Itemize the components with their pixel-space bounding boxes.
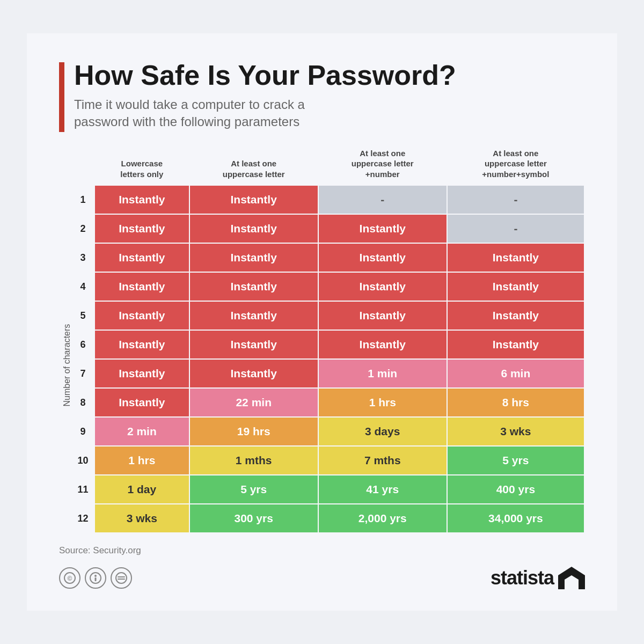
- cc-logo-icon: ©: [64, 572, 76, 584]
- table-cell: Instantly: [189, 185, 318, 214]
- col-header-uppercase-num: At least oneuppercase letter+number: [318, 148, 447, 186]
- table-cell: -: [447, 214, 584, 243]
- cc-icon: ©: [59, 567, 80, 589]
- table-cell: Instantly: [189, 272, 318, 301]
- row-num: 5: [72, 301, 94, 330]
- table-cell: Instantly: [318, 243, 447, 272]
- source-text: Source: Security.org: [59, 545, 585, 556]
- table-cell: Instantly: [189, 359, 318, 388]
- table-cell: Instantly: [447, 272, 584, 301]
- table-cell: Instantly: [318, 214, 447, 243]
- statista-icon: [558, 567, 585, 589]
- table-cell: 3 wks: [94, 504, 189, 533]
- cc-by-logo-icon: [90, 572, 101, 584]
- table-cell: Instantly: [94, 272, 189, 301]
- row-num: 7: [72, 359, 94, 388]
- col-header-uppercase-num-sym: At least oneuppercase letter+number+symb…: [447, 148, 584, 186]
- table-cell: 22 min: [189, 388, 318, 417]
- table-row: 6InstantlyInstantlyInstantlyInstantly: [72, 330, 584, 359]
- col-header-uppercase: At least oneuppercase letter: [189, 148, 318, 186]
- table-section: Number of characters Lowercaseletters on…: [59, 148, 585, 534]
- table-cell: 1 min: [318, 359, 447, 388]
- table-row: 2InstantlyInstantlyInstantly-: [72, 214, 584, 243]
- table-row: 111 day5 yrs41 yrs400 yrs: [72, 475, 584, 504]
- col-header-num: [72, 148, 94, 186]
- table-cell: 1 mths: [189, 446, 318, 475]
- table-cell: Instantly: [318, 272, 447, 301]
- table-cell: 1 day: [94, 475, 189, 504]
- col-header-lowercase: Lowercaseletters only: [94, 148, 189, 186]
- table-cell: Instantly: [94, 214, 189, 243]
- y-axis-label: Number of characters: [59, 196, 72, 534]
- table-cell: 3 wks: [447, 417, 584, 446]
- table-cell: 5 yrs: [447, 446, 584, 475]
- table-cell: Instantly: [447, 330, 584, 359]
- main-card: How Safe Is Your Password? Time it would…: [27, 33, 617, 611]
- row-num: 12: [72, 504, 94, 533]
- table-cell: 7 mths: [318, 446, 447, 475]
- page-subtitle: Time it would take a computer to crack a…: [74, 96, 456, 131]
- cc-nd-icon: [111, 567, 132, 589]
- table-cell: -: [318, 185, 447, 214]
- title-text: How Safe Is Your Password? Time it would…: [74, 60, 456, 131]
- table-cell: 6 min: [447, 359, 584, 388]
- table-cell: 41 yrs: [318, 475, 447, 504]
- svg-point-3: [94, 575, 97, 577]
- table-cell: Instantly: [94, 388, 189, 417]
- table-cell: Instantly: [189, 243, 318, 272]
- cc-icons: ©: [59, 567, 132, 589]
- table-cell: 1 hrs: [318, 388, 447, 417]
- row-num: 6: [72, 330, 94, 359]
- row-num: 10: [72, 446, 94, 475]
- table-cell: -: [447, 185, 584, 214]
- row-num: 1: [72, 185, 94, 214]
- table-cell: Instantly: [189, 301, 318, 330]
- table-cell: Instantly: [94, 330, 189, 359]
- row-num: 11: [72, 475, 94, 504]
- table-cell: 3 days: [318, 417, 447, 446]
- red-accent-bar: [59, 62, 64, 132]
- table-row: 5InstantlyInstantlyInstantlyInstantly: [72, 301, 584, 330]
- table-cell: 34,000 yrs: [447, 504, 584, 533]
- table-cell: Instantly: [447, 301, 584, 330]
- row-num: 9: [72, 417, 94, 446]
- svg-text:©: ©: [68, 575, 72, 582]
- table-cell: 400 yrs: [447, 475, 584, 504]
- table-cell: Instantly: [189, 214, 318, 243]
- table-row: 8Instantly22 min1 hrs8 hrs: [72, 388, 584, 417]
- table-cell: 2 min: [94, 417, 189, 446]
- table-row: 4InstantlyInstantlyInstantlyInstantly: [72, 272, 584, 301]
- table-body: 1InstantlyInstantly--2InstantlyInstantly…: [72, 185, 584, 533]
- table-row: 7InstantlyInstantly1 min6 min: [72, 359, 584, 388]
- table-row: 3InstantlyInstantlyInstantlyInstantly: [72, 243, 584, 272]
- table-cell: Instantly: [94, 359, 189, 388]
- title-block: How Safe Is Your Password? Time it would…: [59, 60, 585, 132]
- cc-nd-logo-icon: [115, 572, 127, 584]
- password-table: Lowercaseletters only At least oneupperc…: [72, 148, 585, 534]
- row-num: 4: [72, 272, 94, 301]
- table-row: 101 hrs1 mths7 mths5 yrs: [72, 446, 584, 475]
- table-cell: Instantly: [318, 330, 447, 359]
- table-row: 1InstantlyInstantly--: [72, 185, 584, 214]
- statista-logo: statista: [491, 567, 585, 589]
- table-cell: Instantly: [447, 243, 584, 272]
- table-cell: 300 yrs: [189, 504, 318, 533]
- table-cell: 2,000 yrs: [318, 504, 447, 533]
- table-header-row: Lowercaseletters only At least oneupperc…: [72, 148, 584, 186]
- row-num: 3: [72, 243, 94, 272]
- table-cell: 19 hrs: [189, 417, 318, 446]
- table-cell: 1 hrs: [94, 446, 189, 475]
- svg-point-5: [116, 573, 127, 583]
- table-cell: Instantly: [189, 330, 318, 359]
- statista-wordmark: statista: [491, 567, 554, 589]
- table-cell: Instantly: [94, 185, 189, 214]
- footer: © statista: [59, 567, 585, 589]
- table-row: 123 wks300 yrs2,000 yrs34,000 yrs: [72, 504, 584, 533]
- row-num: 8: [72, 388, 94, 417]
- page-title: How Safe Is Your Password?: [74, 60, 456, 91]
- cc-by-icon: [85, 567, 106, 589]
- row-num: 2: [72, 214, 94, 243]
- table-cell: Instantly: [318, 301, 447, 330]
- table-cell: 5 yrs: [189, 475, 318, 504]
- table-cell: Instantly: [94, 301, 189, 330]
